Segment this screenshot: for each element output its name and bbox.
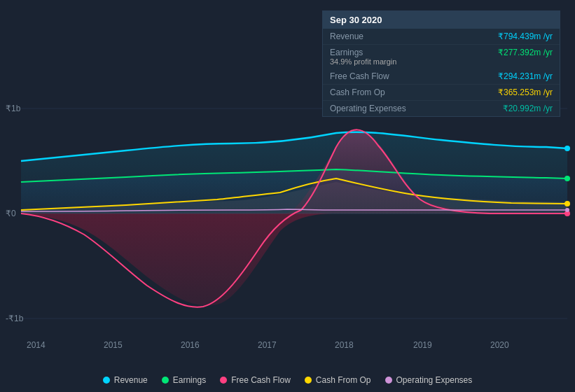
x-label-2015: 2015	[104, 340, 123, 350]
legend-dot-fcf	[220, 377, 227, 384]
tooltip-earnings-value: ₹277.392m /yr	[498, 48, 553, 57]
chart-container: ₹1b ₹0 -₹1b 2014 2015 2016 2017 2018 201…	[0, 0, 575, 392]
legend-fcf[interactable]: Free Cash Flow	[220, 375, 291, 385]
y-label-mid: ₹0	[6, 209, 16, 218]
legend-label-earnings: Earnings	[173, 375, 206, 385]
tooltip-fcf-label: Free Cash Flow	[330, 71, 389, 81]
x-label-2018: 2018	[335, 340, 354, 350]
svg-point-8	[565, 208, 569, 212]
tooltip-opex-row: Operating Expenses ₹20.992m /yr	[323, 101, 560, 116]
legend-opex[interactable]: Operating Expenses	[385, 375, 473, 385]
legend-label-cfo: Cash From Op	[316, 375, 371, 385]
tooltip-earnings-label: Earnings	[330, 48, 363, 57]
tooltip-fcf-value: ₹294.231m /yr	[498, 71, 553, 81]
tooltip-opex-value: ₹20.992m /yr	[503, 104, 553, 113]
legend-cfo[interactable]: Cash From Op	[305, 375, 371, 385]
legend-dot-revenue	[103, 377, 110, 384]
svg-point-5	[564, 176, 570, 181]
legend-earnings[interactable]: Earnings	[162, 375, 206, 385]
tooltip-opex-label: Operating Expenses	[330, 104, 406, 113]
svg-point-6	[564, 201, 570, 206]
tooltip-panel: Sep 30 2020 Revenue ₹794.439m /yr Earnin…	[322, 10, 560, 117]
legend-dot-cfo	[305, 377, 312, 384]
legend-dot-earnings	[162, 377, 169, 384]
tooltip-cfo-value: ₹365.253m /yr	[498, 88, 553, 97]
x-label-2020: 2020	[490, 340, 509, 350]
chart-legend: Revenue Earnings Free Cash Flow Cash Fro…	[0, 375, 575, 385]
tooltip-profit-margin: 34.9% profit margin	[323, 57, 560, 69]
x-label-2016: 2016	[181, 340, 200, 350]
tooltip-cfo-label: Cash From Op	[330, 88, 385, 97]
tooltip-revenue-label: Revenue	[330, 31, 363, 41]
svg-point-4	[564, 146, 570, 151]
legend-label-fcf: Free Cash Flow	[231, 375, 291, 385]
legend-revenue[interactable]: Revenue	[103, 375, 148, 385]
legend-dot-opex	[385, 377, 392, 384]
x-label-2017: 2017	[258, 340, 277, 350]
tooltip-revenue-row: Revenue ₹794.439m /yr	[323, 29, 560, 45]
tooltip-date: Sep 30 2020	[323, 11, 560, 29]
x-label-2014: 2014	[27, 340, 46, 350]
legend-label-revenue: Revenue	[114, 375, 148, 385]
tooltip-revenue-value: ₹794.439m /yr	[498, 31, 553, 41]
tooltip-fcf-row: Free Cash Flow ₹294.231m /yr	[323, 69, 560, 85]
y-label-top: ₹1b	[6, 104, 20, 113]
tooltip-cfo-row: Cash From Op ₹365.253m /yr	[323, 85, 560, 101]
legend-label-opex: Operating Expenses	[396, 375, 473, 385]
x-label-2019: 2019	[413, 340, 432, 350]
tooltip-earnings-row: Earnings ₹277.392m /yr	[323, 45, 560, 57]
y-label-bot: -₹1b	[6, 314, 23, 323]
